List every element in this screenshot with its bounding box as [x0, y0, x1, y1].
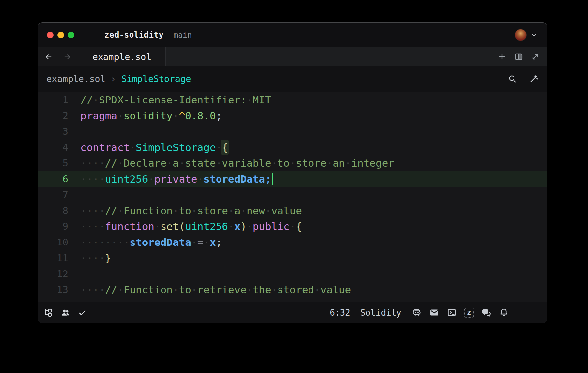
token-ws: ·	[191, 205, 197, 216]
project-title-group: zed-solidity main	[104, 30, 192, 40]
code-line-5[interactable]: 5····//·Declare·a·state·variable·to·stor…	[38, 155, 547, 171]
copilot-icon[interactable]	[411, 307, 422, 318]
token-ws: ·	[173, 205, 179, 216]
line-number[interactable]: 3	[38, 124, 68, 139]
screen: zed-solidity main example.sol	[0, 0, 588, 373]
cursor-position[interactable]: 6:32	[330, 308, 350, 318]
token-ws: ·	[271, 284, 278, 296]
minimize-window-button[interactable]	[57, 32, 64, 38]
new-tab-plus-icon[interactable]	[497, 52, 507, 61]
inline-assist-wand-icon[interactable]	[529, 74, 539, 84]
token-ws: ·	[290, 220, 296, 232]
line-number[interactable]: 9	[38, 218, 68, 234]
breadcrumb-file[interactable]: example.sol	[46, 74, 105, 84]
code-line-content: ····//·Function·to·store·a·new·value	[80, 205, 302, 216]
token-ws: ·	[117, 205, 124, 216]
token-op: ;	[216, 110, 222, 122]
token-ws: ····	[80, 157, 105, 169]
token-varb: storedData	[203, 173, 265, 185]
token-type: SimpleStorage	[136, 141, 216, 153]
zed-assistant-icon[interactable]: z	[464, 308, 474, 318]
token-ws: ·	[290, 157, 296, 169]
code-line-content: ····uint256·private·storedData;	[80, 173, 273, 185]
token-pun: {	[296, 220, 302, 232]
line-number[interactable]: 1	[38, 92, 68, 108]
token-com: //	[105, 157, 117, 169]
token-com: variable	[222, 157, 271, 169]
breadcrumb[interactable]: example.sol › SimpleStorage	[46, 74, 191, 84]
code-line-12[interactable]: 12	[38, 266, 547, 282]
line-number[interactable]: 11	[38, 250, 68, 266]
token-ws: ·	[247, 284, 253, 296]
token-com: stored	[277, 284, 314, 296]
line-number[interactable]: 4	[38, 139, 68, 155]
code-line-2[interactable]: 2pragma·solidity·^0.8.0;	[38, 108, 547, 124]
code-line-8[interactable]: 8····//·Function·to·store·a·new·value	[38, 203, 547, 218]
breadcrumb-separator: ›	[111, 74, 116, 84]
chevron-down-icon[interactable]	[530, 31, 538, 39]
language-selector[interactable]: Solidity	[360, 308, 401, 318]
notifications-bell-icon[interactable]	[499, 307, 509, 318]
project-name[interactable]: zed-solidity	[104, 30, 163, 40]
token-kw: function	[105, 220, 154, 232]
tab-example-sol[interactable]: example.sol	[78, 47, 166, 66]
line-number[interactable]: 10	[38, 234, 68, 250]
token-com: //	[80, 94, 93, 106]
token-com: Declare	[124, 157, 167, 169]
project-panel-icon[interactable]	[43, 308, 53, 318]
line-number[interactable]: 5	[38, 155, 68, 171]
avatar[interactable]	[515, 29, 527, 41]
token-kw: public	[253, 220, 290, 232]
token-ws: ········	[80, 236, 130, 248]
back-arrow-icon[interactable]	[44, 52, 53, 61]
code-line-6[interactable]: 6····uint256·private·storedData;	[38, 171, 547, 187]
code-line-1[interactable]: 1//·SPDX-License-Identifier:·MIT	[38, 92, 547, 108]
code-line-10[interactable]: 10········storedData·=·x;	[38, 234, 547, 250]
token-ws: ····	[80, 252, 105, 264]
token-kw: pragma	[80, 110, 117, 122]
token-ws: ·	[247, 94, 253, 106]
token-ws: ·	[247, 220, 253, 232]
code-line-7[interactable]: 7	[38, 187, 547, 203]
code-line-4[interactable]: 4contract·SimpleStorage·{	[38, 139, 547, 155]
token-ws: ·	[240, 205, 247, 216]
token-semib: ;	[265, 173, 271, 185]
terminal-icon[interactable]	[447, 307, 457, 318]
split-pane-icon[interactable]	[514, 52, 523, 61]
chat-bubbles-icon[interactable]	[481, 307, 491, 318]
code-line-content: //·SPDX-License-Identifier:·MIT	[80, 94, 271, 106]
line-number[interactable]: 7	[38, 187, 68, 203]
code-line-3[interactable]: 3	[38, 124, 547, 139]
token-com: the	[253, 284, 271, 296]
line-number[interactable]: 8	[38, 203, 68, 218]
token-ws: ·	[265, 205, 271, 216]
token-com: to	[277, 157, 289, 169]
token-ws: ·	[154, 220, 161, 232]
code-line-13[interactable]: 13····//·Function·to·retrieve·the·stored…	[38, 282, 547, 298]
expand-pane-icon[interactable]	[531, 52, 540, 61]
close-window-button[interactable]	[47, 32, 54, 38]
diagnostics-check-icon[interactable]	[78, 308, 87, 317]
token-com: value	[320, 284, 351, 296]
forward-arrow-icon[interactable]	[63, 52, 72, 61]
token-ws: ·	[93, 94, 99, 106]
token-op: ;	[216, 236, 222, 248]
collaboration-people-icon[interactable]	[60, 307, 71, 318]
breadcrumb-symbol[interactable]: SimpleStorage	[121, 74, 191, 84]
search-icon[interactable]	[508, 74, 517, 84]
token-com: value	[271, 205, 302, 216]
line-number[interactable]: 6	[38, 171, 68, 187]
code-editor[interactable]: 1//·SPDX-License-Identifier:·MIT2pragma·…	[38, 92, 547, 302]
token-ws: ·	[345, 157, 351, 169]
line-number[interactable]: 13	[38, 282, 68, 298]
assistant-letter: z	[467, 309, 471, 316]
line-number[interactable]: 2	[38, 108, 68, 124]
code-line-content: ········storedData·=·x;	[80, 236, 222, 248]
zoom-window-button[interactable]	[68, 32, 74, 38]
feedback-envelope-icon[interactable]	[429, 307, 439, 318]
token-com: to	[179, 284, 191, 296]
code-line-9[interactable]: 9····function·set(uint256·x)·public·{	[38, 218, 547, 234]
line-number[interactable]: 12	[38, 266, 68, 282]
code-line-11[interactable]: 11····}	[38, 250, 547, 266]
git-branch[interactable]: main	[173, 31, 191, 39]
